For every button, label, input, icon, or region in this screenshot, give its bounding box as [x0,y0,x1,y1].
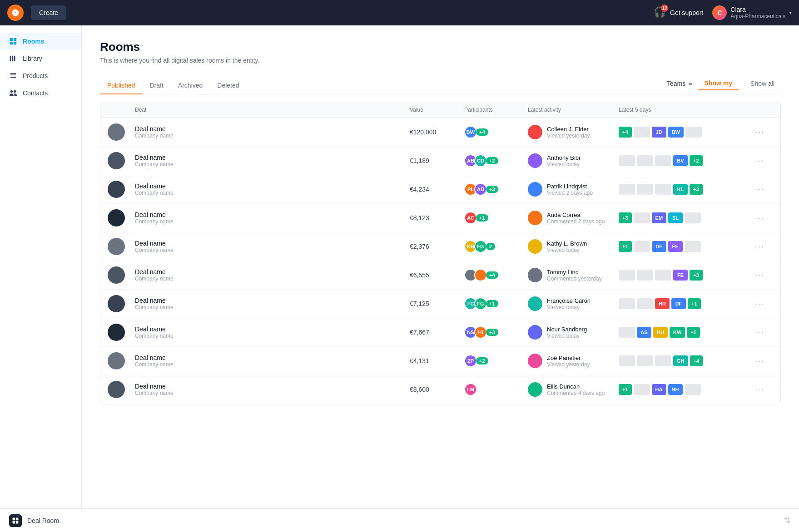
sidebar-item-products[interactable]: Products [0,67,81,84]
latest5-cell: KL+3 [619,184,755,195]
activity-time: Viewed today [547,304,591,310]
user-details: Clara Aqua-Pharmaceuticals [730,6,785,20]
teams-label: Teams [667,80,685,87]
activity-avatar [528,382,542,397]
latest5-cell: BV+2 [619,155,755,166]
bottom-bar-chevron-icon[interactable]: ⇅ [784,516,790,525]
participant-avatar: FG [474,240,487,253]
activity-avatar [528,296,542,311]
table-row[interactable]: Deal nameCompany name€4,131ZP+2Zoé Panet… [100,347,780,375]
more-options-button[interactable]: ··· [755,242,773,251]
user-company: Aqua-Pharmaceuticals [730,13,785,20]
more-options-button[interactable]: ··· [755,385,773,394]
activity-avatar [528,239,542,254]
tab-archived[interactable]: Archived [171,77,210,94]
logo[interactable] [7,5,24,21]
tabs-right: Teams ≡ Show my Show all [667,77,781,94]
rooms-table: Deal Value Participants Latest activity … [100,102,781,404]
participant-avatar: HI [474,326,487,339]
table-row[interactable]: Deal nameCompany name€1,189ABCD+2Anthony… [100,147,780,175]
participants-cell: FCFG+1 [464,297,528,310]
more-options-button[interactable]: ··· [755,328,773,337]
deal-value: €7,125 [410,300,464,307]
activity-time: Viewed today [547,247,587,253]
svg-rect-0 [10,38,13,41]
more-options-button[interactable]: ··· [755,271,773,280]
participants-cell: BW+4 [464,126,528,138]
navbar: Create 🎧 12 Get support C Clara Aqua-Pha… [0,0,799,25]
participants-cell: LM [464,383,528,396]
col-deal: Deal [135,107,410,113]
activity-avatar [528,325,542,340]
deal-avatar [108,181,125,198]
deal-room-icon [9,514,22,527]
tabs-row: Published Draft Archived Deleted Teams ≡… [100,77,781,94]
table-row[interactable]: Deal nameCompany name€4,234PLAB+3Patrik … [100,175,780,204]
participant-avatar: AB [474,183,487,196]
page-title: Rooms [100,40,781,54]
activity-avatar [528,125,542,139]
deal-value: €4,131 [410,357,464,365]
table-row[interactable]: Deal nameCompany name€2,376KBFG2Kathy L.… [100,232,780,261]
participants-cell: +4 [464,269,528,281]
col-actions [755,107,773,113]
activity-cell: Nour SandbergViewed today [528,325,619,340]
get-support[interactable]: 🎧 12 Get support [654,6,703,19]
deal-name: Deal name [135,154,410,161]
company-name: Company name [135,218,410,225]
sidebar-item-products-label: Products [23,72,48,79]
more-options-button[interactable]: ··· [755,356,773,366]
activity-avatar [528,268,542,282]
participant-count: +2 [476,357,488,365]
activity-cell: Françoise CaronViewed today [528,296,619,311]
sidebar-item-library[interactable]: Library [0,50,81,67]
tab-draft[interactable]: Draft [143,77,171,94]
activity-cell: Kathy L. BrownViewed today [528,239,619,254]
table-row[interactable]: Deal nameCompany name€7,125FCFG+1Françoi… [100,290,780,318]
sidebar-item-rooms[interactable]: Rooms [0,33,81,50]
sidebar-item-rooms-label: Rooms [23,38,44,45]
products-icon [9,72,17,80]
more-options-button[interactable]: ··· [755,299,773,309]
bottom-bar-label: Deal Room [27,517,59,524]
deal-name: Deal name [135,268,410,276]
tab-published[interactable]: Published [100,77,143,94]
latest5-cell: GH+4 [619,355,755,366]
navbar-right: 🎧 12 Get support C Clara Aqua-Pharmaceut… [654,5,792,20]
table-row[interactable]: Deal nameCompany name€8,123AC+1Auda Corr… [100,204,780,232]
deal-avatar [108,324,125,341]
create-button[interactable]: Create [31,5,66,20]
show-my-button[interactable]: Show my [698,77,739,90]
svg-rect-1 [14,38,16,41]
activity-cell: Patrik LindqvistViewed 2 days ago [528,182,619,197]
more-options-button[interactable]: ··· [755,185,773,194]
more-options-button[interactable]: ··· [755,128,773,137]
table-row[interactable]: Deal nameCompany name€120,000BW+4Colleen… [100,118,780,147]
participant-avatar: ZP [464,355,477,367]
col-participants: Participants [464,107,528,113]
table-row[interactable]: Deal nameCompany name€7,667NSHI+3Nour Sa… [100,318,780,347]
tab-deleted[interactable]: Deleted [210,77,246,94]
participants-cell: AC+1 [464,212,528,224]
participant-avatar: BW [464,126,477,138]
participant-count: +3 [486,329,498,336]
participant-count: +4 [476,128,488,136]
show-all-button[interactable]: Show all [744,77,781,90]
deal-name: Deal name [135,383,410,390]
company-name: Company name [135,361,410,368]
col-avatar [108,107,135,113]
deal-name: Deal name [135,240,410,247]
teams-filter[interactable]: Teams ≡ [667,79,693,88]
table-row[interactable]: Deal nameCompany name€6,555+4Tommy LindC… [100,261,780,290]
deal-value: €7,667 [410,329,464,336]
company-name: Company name [135,161,410,167]
activity-time: Commented 2 days ago [547,218,605,225]
more-options-button[interactable]: ··· [755,213,773,223]
more-options-button[interactable]: ··· [755,156,773,166]
sidebar-item-contacts[interactable]: Contacts [0,84,81,102]
table-body: Deal nameCompany name€120,000BW+4Colleen… [100,118,780,404]
user-menu[interactable]: C Clara Aqua-Pharmaceuticals ▾ [712,5,792,20]
activity-time: Commented 4 days ago [547,390,605,396]
support-label: Get support [670,9,703,16]
table-row[interactable]: Deal nameCompany name€8,600LMEllis Dunca… [100,375,780,404]
